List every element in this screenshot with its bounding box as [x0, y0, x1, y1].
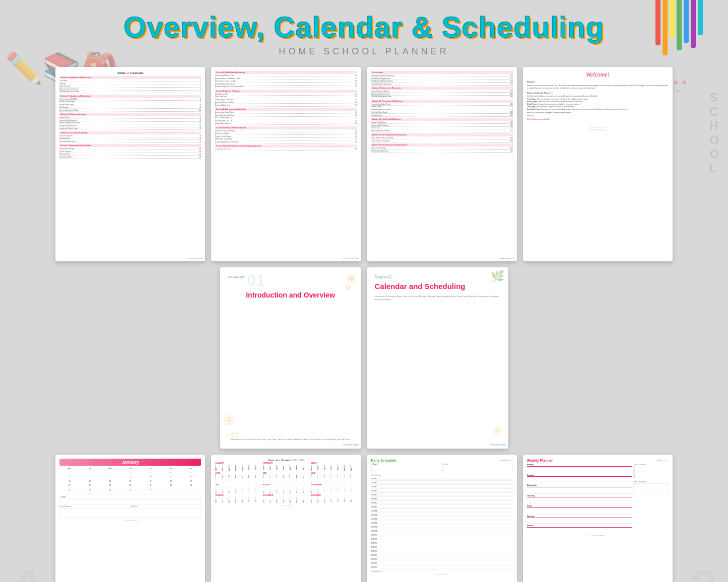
top-row-grid: Table of Contents Section 1 Introduction… — [15, 67, 713, 261]
weekly-grid: Monday Tuesday Wednesday Thursday — [527, 464, 669, 533]
year-at-glance-card: Year at a Glance 2025 - 2026 JANUARY MTW… — [211, 455, 361, 582]
page-subtitle: HOME SCHOOL PLANNER — [15, 46, 713, 57]
floral-deco-bottom: ❀ — [223, 411, 235, 428]
mini-month-oct: OCTOBER MTWTFSS 12345 6789101112 1314151… — [215, 494, 261, 503]
mini-month-jul: JULY MTWTFSS 123456 78910111213 14151617… — [215, 484, 261, 492]
mini-month-jan: JANUARY MTWTFSS 12345 6789101112 1314151… — [215, 462, 261, 471]
toc-card-1: Table of Contents Section 1 Introduction… — [55, 67, 205, 261]
mini-month-nov: NOVEMBER MTWTFSS 12 3456789 101112131415… — [263, 494, 309, 503]
toc-card-3: Co-curricular Community Services & Volun… — [367, 67, 517, 261]
leaf-deco: 🌿 — [491, 270, 504, 283]
year-grid: JANUARY MTWTFSS 12345 6789101112 1314151… — [215, 462, 357, 503]
page-title: Overview, Calendar & Scheduling — [15, 10, 713, 44]
section-one-title: Introduction and Overview — [228, 291, 354, 300]
bottom-row-grid: January Mon Tue Wed Thu Fri Sat Sun 1 2 … — [15, 455, 713, 582]
floral-deco-bottom2: ✿ — [230, 429, 239, 441]
daily-schedule-title: Daily Schedule — [371, 459, 396, 462]
doc-brand-section2: INKSTAGRAM STUDIO — [490, 444, 506, 446]
mini-month-mar: MARCH MTWTFSS 3456712 101112131489 17181… — [311, 462, 357, 471]
section-one-description: Introduction and Overview: Cover Page, T… — [228, 438, 354, 441]
january-card: January Mon Tue Wed Thu Fri Sat Sun 1 2 … — [55, 455, 205, 582]
mini-month-aug: AUGUST MTWTFSS 123 45678910 111213141516… — [263, 484, 309, 492]
calendar-grid: Mon Tue Wed Thu Fri Sat Sun 1 2 3 4 5 6 … — [59, 467, 201, 492]
time-rows: 6:00 AM 6:30 AM 7:00 AM 7:30 AM 8:00 AM … — [371, 477, 513, 569]
weekly-planner-card: Weekly Planner Week #: __ To __ Monday T… — [523, 455, 673, 582]
doc-brand-1: INKSTAGRAM STUDIO — [187, 258, 203, 260]
mini-month-feb: FEBRUARY MTWTFSS 3456712 101112131489 17… — [263, 462, 309, 471]
mini-month-jun: JUNE MTWTFSS 1 2345678 9101112131415 161… — [311, 472, 357, 482]
mini-month-sep: SEPTEMBER MTWTFSS 1234567 891011121314 1… — [311, 484, 357, 492]
section-one-number: 01 — [247, 272, 266, 288]
section-two-card: 🌿 Section 02: Calendar and Scheduling In… — [367, 267, 508, 449]
floral-deco-2: ✿ — [345, 282, 351, 292]
mini-month-may: MAY MTWTFSS 1234 567891011 1213141516171… — [263, 472, 309, 482]
section-two-title: Calendar and Scheduling — [375, 282, 501, 291]
middle-row: ❀ ✿ Section One 01 Introduction and Over… — [15, 267, 713, 449]
section-one-card: ❀ ✿ Section One 01 Introduction and Over… — [220, 267, 361, 449]
section-two-label: Section 02: — [375, 275, 501, 279]
welcome-card: Welcome! Hi there! Welcome to the Homesc… — [523, 67, 673, 261]
mini-month-dec: DECEMBER MTWTFSS 1234567 891011121314 15… — [311, 494, 357, 503]
doc-brand-2: INKSTAGRAM STUDIO — [343, 258, 359, 260]
floral-deco-s2: ❀ — [492, 422, 503, 439]
toc-card-2: Section 6: Individualized Learning Indiv… — [211, 67, 361, 261]
doc-brand-section1: INKSTAGRAM STUDIO — [343, 444, 359, 446]
section-two-description: Introduction & Calendar Pages, Year at a… — [375, 295, 501, 301]
doc-brand-3: INKSTAGRAM STUDIO — [499, 258, 515, 260]
january-title: January — [59, 459, 201, 466]
weekly-planner-title: Weekly Planner — [527, 459, 553, 462]
daily-schedule-card: Daily Schedule Date: S M T W T F S ✓ Goa… — [367, 455, 517, 582]
mini-month-apr: APRIL MTWTFSS 123456 78910111213 1415161… — [215, 472, 261, 482]
main-content: Overview, Calendar & Scheduling HOME SCH… — [0, 0, 728, 582]
section-one-label: Section One — [228, 275, 245, 279]
